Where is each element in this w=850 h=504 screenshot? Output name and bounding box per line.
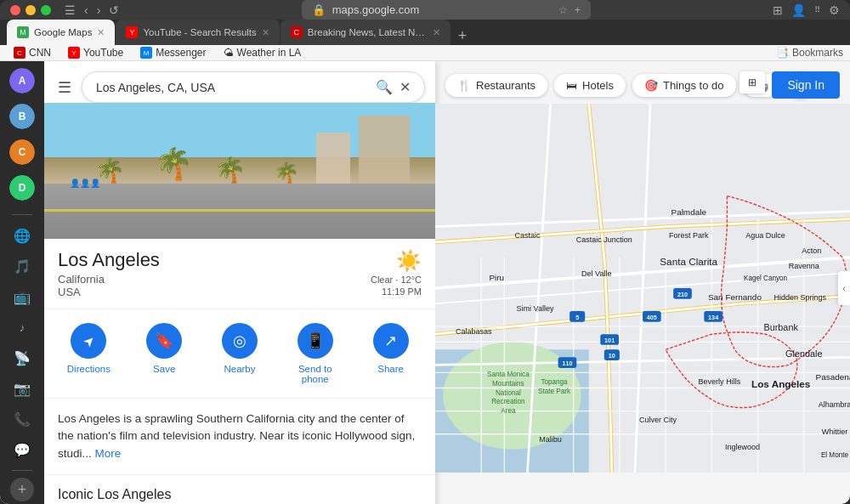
maximize-button[interactable] — [41, 5, 51, 15]
avatar-2[interactable]: B — [9, 104, 35, 129]
send-to-phone-button[interactable]: 📱 Send to phone — [290, 323, 341, 384]
clear-icon[interactable]: ✕ — [400, 79, 411, 95]
share-button[interactable]: ↗ Share — [366, 323, 416, 374]
reload-icon[interactable]: ↺ — [109, 3, 119, 17]
maps-content: ☰ 🔍 ✕ 🌴 — [44, 61, 850, 504]
place-name: Los Angeles — [58, 249, 160, 271]
things-to-do-chip[interactable]: 🎯 Things to do — [632, 74, 736, 97]
lock-icon: 🔒 — [312, 3, 326, 16]
sidebar-app-music[interactable]: 🎵 — [8, 252, 36, 280]
place-name-row: Los Angeles California USA ☀️ Clear · 12… — [58, 249, 422, 298]
sidebar-sep-1 — [12, 214, 32, 215]
bookmark-weather[interactable]: 🌤 Weather in LA — [217, 45, 309, 60]
svg-text:Malibu: Malibu — [539, 435, 562, 444]
messenger-bookmark-favicon: M — [140, 47, 152, 59]
place-name-block: Los Angeles California USA — [58, 249, 160, 298]
tab-youtube-close[interactable]: ✕ — [262, 27, 269, 38]
new-tab-icon[interactable]: + — [575, 4, 581, 16]
map-view-toggle[interactable]: ⊞ — [740, 71, 765, 93]
svg-text:Acton: Acton — [802, 246, 821, 255]
maps-search-box[interactable]: 🔍 ✕ — [82, 71, 425, 103]
road-marking — [44, 209, 435, 212]
extension-icon[interactable]: ⊞ — [773, 3, 783, 17]
avatar-4[interactable]: D — [9, 175, 35, 201]
restaurants-chip[interactable]: 🍴 Restaurants — [445, 74, 547, 97]
google-apps-icon[interactable]: ⠿ — [814, 5, 820, 14]
settings-icon[interactable]: ⚙ — [829, 3, 840, 17]
tabs-bar: M Google Maps ✕ Y YouTube - Search Resul… — [0, 20, 850, 45]
collapse-panel-button[interactable]: ‹ — [838, 271, 850, 305]
url-text[interactable]: maps.google.com — [332, 3, 420, 16]
hotels-chip[interactable]: 🛏 Hotels — [554, 74, 626, 97]
svg-text:Whittier: Whittier — [822, 428, 848, 436]
svg-text:Pasadena: Pasadena — [816, 372, 850, 382]
bookmark-messenger[interactable]: M Messenger — [133, 45, 212, 60]
place-photo: 🌴 🌴 🌴 🌴 — [44, 103, 435, 239]
bookmark-youtube[interactable]: Y YouTube — [61, 45, 130, 60]
weather-bookmark-favicon: 🌤 — [224, 47, 234, 59]
back-icon[interactable]: ‹ — [84, 3, 88, 17]
svg-text:Glendale: Glendale — [785, 348, 822, 359]
tab-maps[interactable]: M Google Maps ✕ — [7, 20, 115, 45]
svg-text:101: 101 — [604, 337, 615, 344]
building-1 — [359, 116, 410, 184]
sidebar-app-instagram[interactable]: 📷 — [8, 375, 36, 402]
bookmarks-manager-btn[interactable]: 📑 Bookmarks — [776, 47, 843, 59]
send-phone-icon: 📱 — [306, 331, 325, 350]
directions-button[interactable]: ➤ Directions — [63, 323, 114, 374]
cnn-favicon: C — [291, 26, 303, 38]
address-bar[interactable]: 🔒 maps.google.com ☆ + — [302, 0, 591, 20]
sidebar-app-messenger[interactable]: 💬 — [8, 436, 36, 463]
avatar-3[interactable]: C — [9, 139, 35, 165]
save-button[interactable]: 🔖 Save — [139, 323, 190, 374]
minimize-button[interactable] — [26, 5, 36, 15]
google-account-icon[interactable]: 👤 — [791, 3, 806, 17]
sidebar-app-globe[interactable]: 🌐 — [8, 222, 36, 249]
avatar-3-circle: C — [9, 139, 35, 165]
forward-icon[interactable]: › — [97, 3, 101, 17]
sidebar-app-twitch[interactable]: 📡 — [8, 344, 36, 371]
place-weather: ☀️ Clear · 12°C 11:19 PM — [371, 249, 422, 297]
avatar-primary[interactable]: A — [9, 68, 35, 93]
sidebar-toggle-icon[interactable]: ☰ — [65, 3, 76, 17]
svg-text:405: 405 — [647, 314, 657, 321]
action-buttons: ➤ Directions 🔖 Save ◎ — [44, 309, 435, 399]
share-icon-circle: ↗ — [373, 323, 409, 359]
cnn-bookmark-favicon: C — [14, 47, 26, 59]
tab-youtube[interactable]: Y YouTube - Search Results ✕ — [116, 20, 279, 45]
youtube-bookmark-favicon: Y — [68, 47, 80, 59]
tab-cnn-close[interactable]: ✕ — [433, 27, 440, 38]
tab-cnn[interactable]: C Breaking News, Latest News and Videos … — [280, 20, 450, 45]
svg-text:Topanga: Topanga — [541, 378, 568, 386]
svg-text:Castaic: Castaic — [514, 231, 541, 240]
maps-main[interactable]: 5 101 405 210 134 10 110 — [435, 61, 850, 504]
save-icon: 🔖 — [155, 331, 173, 350]
nearby-button[interactable]: ◎ Nearby — [214, 323, 265, 374]
more-link[interactable]: More — [95, 447, 122, 460]
search-icon[interactable]: 🔍 — [376, 79, 393, 95]
place-description: Los Angeles is a sprawling Southern Cali… — [44, 399, 435, 475]
new-tab-button[interactable]: + — [451, 27, 474, 45]
tab-maps-close[interactable]: ✕ — [97, 27, 105, 38]
sidebar-add-button[interactable]: + — [10, 478, 34, 501]
nearby-icon-circle: ◎ — [222, 323, 258, 359]
place-country: USA — [58, 286, 160, 298]
svg-text:5: 5 — [575, 314, 579, 321]
sidebar-app-video[interactable]: 📺 — [8, 283, 36, 310]
close-button[interactable] — [10, 5, 20, 15]
sidebar-app-tiktok[interactable]: ♪ — [8, 314, 36, 341]
sidebar-app-whatsapp[interactable]: 📞 — [8, 405, 36, 433]
sign-in-button[interactable]: Sign In — [772, 71, 840, 99]
svg-text:Santa Monica: Santa Monica — [487, 371, 530, 378]
bookmarks-label: Bookmarks — [792, 47, 843, 59]
bookmark-star-icon[interactable]: ☆ — [558, 4, 568, 16]
svg-text:Calabasas: Calabasas — [456, 327, 492, 336]
svg-text:Los Angeles: Los Angeles — [751, 378, 811, 389]
maps-menu-button[interactable]: ☰ — [54, 75, 75, 100]
tab-maps-label: Google Maps — [34, 27, 92, 37]
bookmark-cnn[interactable]: C CNN — [7, 45, 58, 60]
layers-icon: ⊞ — [748, 76, 756, 88]
save-icon-circle: 🔖 — [146, 323, 182, 359]
maps-search-input[interactable] — [96, 81, 369, 94]
svg-text:Forest Park: Forest Park — [669, 231, 709, 240]
